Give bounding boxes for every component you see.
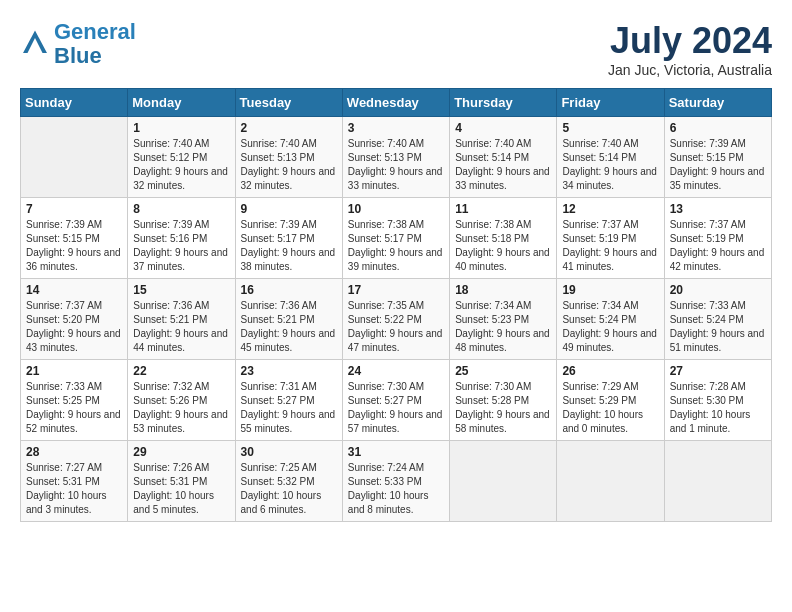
day-number: 31 (348, 445, 444, 459)
day-number: 6 (670, 121, 766, 135)
day-info: Sunrise: 7:33 AMSunset: 5:24 PMDaylight:… (670, 299, 766, 355)
day-number: 3 (348, 121, 444, 135)
day-info: Sunrise: 7:40 AMSunset: 5:13 PMDaylight:… (241, 137, 337, 193)
calendar-cell: 3Sunrise: 7:40 AMSunset: 5:13 PMDaylight… (342, 117, 449, 198)
calendar-cell: 23Sunrise: 7:31 AMSunset: 5:27 PMDayligh… (235, 360, 342, 441)
day-number: 10 (348, 202, 444, 216)
day-number: 9 (241, 202, 337, 216)
title-block: July 2024 Jan Juc, Victoria, Australia (608, 20, 772, 78)
col-header-wednesday: Wednesday (342, 89, 449, 117)
calendar-cell: 6Sunrise: 7:39 AMSunset: 5:15 PMDaylight… (664, 117, 771, 198)
day-info: Sunrise: 7:32 AMSunset: 5:26 PMDaylight:… (133, 380, 229, 436)
calendar-cell: 14Sunrise: 7:37 AMSunset: 5:20 PMDayligh… (21, 279, 128, 360)
calendar-cell: 10Sunrise: 7:38 AMSunset: 5:17 PMDayligh… (342, 198, 449, 279)
calendar-cell: 20Sunrise: 7:33 AMSunset: 5:24 PMDayligh… (664, 279, 771, 360)
calendar-cell: 1Sunrise: 7:40 AMSunset: 5:12 PMDaylight… (128, 117, 235, 198)
day-info: Sunrise: 7:40 AMSunset: 5:13 PMDaylight:… (348, 137, 444, 193)
calendar-week-1: 1Sunrise: 7:40 AMSunset: 5:12 PMDaylight… (21, 117, 772, 198)
col-header-saturday: Saturday (664, 89, 771, 117)
col-header-friday: Friday (557, 89, 664, 117)
col-header-monday: Monday (128, 89, 235, 117)
day-number: 26 (562, 364, 658, 378)
day-info: Sunrise: 7:30 AMSunset: 5:27 PMDaylight:… (348, 380, 444, 436)
day-number: 2 (241, 121, 337, 135)
day-number: 18 (455, 283, 551, 297)
day-number: 11 (455, 202, 551, 216)
day-info: Sunrise: 7:40 AMSunset: 5:14 PMDaylight:… (562, 137, 658, 193)
day-number: 7 (26, 202, 122, 216)
day-info: Sunrise: 7:36 AMSunset: 5:21 PMDaylight:… (133, 299, 229, 355)
calendar-week-2: 7Sunrise: 7:39 AMSunset: 5:15 PMDaylight… (21, 198, 772, 279)
calendar-cell: 4Sunrise: 7:40 AMSunset: 5:14 PMDaylight… (450, 117, 557, 198)
calendar-cell: 12Sunrise: 7:37 AMSunset: 5:19 PMDayligh… (557, 198, 664, 279)
day-info: Sunrise: 7:38 AMSunset: 5:17 PMDaylight:… (348, 218, 444, 274)
day-number: 19 (562, 283, 658, 297)
logo: General Blue (20, 20, 136, 68)
day-info: Sunrise: 7:39 AMSunset: 5:15 PMDaylight:… (26, 218, 122, 274)
calendar-cell: 13Sunrise: 7:37 AMSunset: 5:19 PMDayligh… (664, 198, 771, 279)
day-info: Sunrise: 7:29 AMSunset: 5:29 PMDaylight:… (562, 380, 658, 436)
calendar-cell (450, 441, 557, 522)
month-title: July 2024 (608, 20, 772, 62)
calendar-cell: 17Sunrise: 7:35 AMSunset: 5:22 PMDayligh… (342, 279, 449, 360)
day-info: Sunrise: 7:34 AMSunset: 5:23 PMDaylight:… (455, 299, 551, 355)
logo-blue: Blue (54, 43, 102, 68)
day-number: 23 (241, 364, 337, 378)
calendar-table: SundayMondayTuesdayWednesdayThursdayFrid… (20, 88, 772, 522)
day-info: Sunrise: 7:25 AMSunset: 5:32 PMDaylight:… (241, 461, 337, 517)
calendar-cell (664, 441, 771, 522)
day-number: 1 (133, 121, 229, 135)
day-number: 20 (670, 283, 766, 297)
calendar-cell: 19Sunrise: 7:34 AMSunset: 5:24 PMDayligh… (557, 279, 664, 360)
calendar-cell: 18Sunrise: 7:34 AMSunset: 5:23 PMDayligh… (450, 279, 557, 360)
day-info: Sunrise: 7:30 AMSunset: 5:28 PMDaylight:… (455, 380, 551, 436)
day-info: Sunrise: 7:39 AMSunset: 5:15 PMDaylight:… (670, 137, 766, 193)
day-number: 30 (241, 445, 337, 459)
day-number: 21 (26, 364, 122, 378)
day-number: 4 (455, 121, 551, 135)
calendar-week-5: 28Sunrise: 7:27 AMSunset: 5:31 PMDayligh… (21, 441, 772, 522)
calendar-cell (21, 117, 128, 198)
day-info: Sunrise: 7:40 AMSunset: 5:12 PMDaylight:… (133, 137, 229, 193)
day-number: 17 (348, 283, 444, 297)
day-info: Sunrise: 7:34 AMSunset: 5:24 PMDaylight:… (562, 299, 658, 355)
day-number: 27 (670, 364, 766, 378)
calendar-week-4: 21Sunrise: 7:33 AMSunset: 5:25 PMDayligh… (21, 360, 772, 441)
calendar-cell: 15Sunrise: 7:36 AMSunset: 5:21 PMDayligh… (128, 279, 235, 360)
day-info: Sunrise: 7:38 AMSunset: 5:18 PMDaylight:… (455, 218, 551, 274)
calendar-cell: 8Sunrise: 7:39 AMSunset: 5:16 PMDaylight… (128, 198, 235, 279)
day-number: 5 (562, 121, 658, 135)
calendar-cell: 22Sunrise: 7:32 AMSunset: 5:26 PMDayligh… (128, 360, 235, 441)
calendar-cell: 9Sunrise: 7:39 AMSunset: 5:17 PMDaylight… (235, 198, 342, 279)
calendar-cell: 2Sunrise: 7:40 AMSunset: 5:13 PMDaylight… (235, 117, 342, 198)
calendar-cell: 28Sunrise: 7:27 AMSunset: 5:31 PMDayligh… (21, 441, 128, 522)
day-info: Sunrise: 7:39 AMSunset: 5:17 PMDaylight:… (241, 218, 337, 274)
calendar-cell: 11Sunrise: 7:38 AMSunset: 5:18 PMDayligh… (450, 198, 557, 279)
day-info: Sunrise: 7:27 AMSunset: 5:31 PMDaylight:… (26, 461, 122, 517)
day-number: 12 (562, 202, 658, 216)
col-header-sunday: Sunday (21, 89, 128, 117)
calendar-cell: 29Sunrise: 7:26 AMSunset: 5:31 PMDayligh… (128, 441, 235, 522)
day-info: Sunrise: 7:26 AMSunset: 5:31 PMDaylight:… (133, 461, 229, 517)
day-info: Sunrise: 7:28 AMSunset: 5:30 PMDaylight:… (670, 380, 766, 436)
calendar-cell: 7Sunrise: 7:39 AMSunset: 5:15 PMDaylight… (21, 198, 128, 279)
logo-icon (20, 29, 50, 59)
day-number: 25 (455, 364, 551, 378)
calendar-cell: 16Sunrise: 7:36 AMSunset: 5:21 PMDayligh… (235, 279, 342, 360)
day-number: 16 (241, 283, 337, 297)
day-number: 24 (348, 364, 444, 378)
day-info: Sunrise: 7:40 AMSunset: 5:14 PMDaylight:… (455, 137, 551, 193)
calendar-cell: 26Sunrise: 7:29 AMSunset: 5:29 PMDayligh… (557, 360, 664, 441)
calendar-cell: 5Sunrise: 7:40 AMSunset: 5:14 PMDaylight… (557, 117, 664, 198)
logo-text: General Blue (54, 20, 136, 68)
calendar-cell: 31Sunrise: 7:24 AMSunset: 5:33 PMDayligh… (342, 441, 449, 522)
calendar-cell: 30Sunrise: 7:25 AMSunset: 5:32 PMDayligh… (235, 441, 342, 522)
day-number: 15 (133, 283, 229, 297)
day-number: 28 (26, 445, 122, 459)
day-number: 22 (133, 364, 229, 378)
calendar-cell: 21Sunrise: 7:33 AMSunset: 5:25 PMDayligh… (21, 360, 128, 441)
day-number: 13 (670, 202, 766, 216)
day-info: Sunrise: 7:33 AMSunset: 5:25 PMDaylight:… (26, 380, 122, 436)
location: Jan Juc, Victoria, Australia (608, 62, 772, 78)
day-info: Sunrise: 7:39 AMSunset: 5:16 PMDaylight:… (133, 218, 229, 274)
